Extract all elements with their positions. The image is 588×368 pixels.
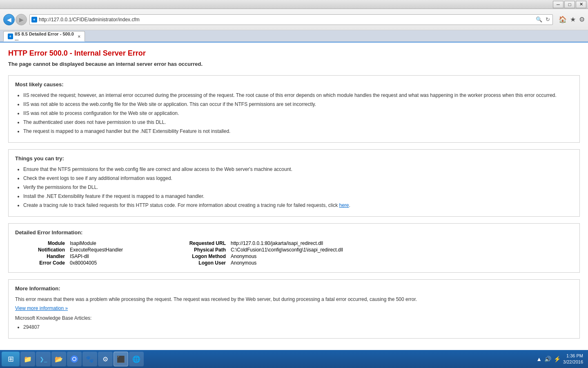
taskbar-filezilla[interactable]: ⬛	[114, 352, 128, 366]
most-likely-causes-title: Most likely causes:	[15, 81, 573, 88]
tray-time-value: 1:36 PM	[563, 353, 583, 359]
detail-label: Handler	[16, 254, 69, 259]
browser-window: ─ □ ✕ ◀ ▶ e 🔍 ↻ 🏠 ★ ⚙ e IIS 8.5 Detailed	[0, 0, 588, 368]
forward-button[interactable]: ▶	[16, 14, 27, 25]
taskbar-folder[interactable]: 📂	[51, 352, 66, 366]
svg-point-2	[73, 358, 76, 361]
detail-value: Anonymous	[231, 260, 572, 266]
kb-list: 294807	[23, 323, 573, 331]
address-icons: 🔍 ↻	[535, 16, 551, 23]
list-item: IIS received the request; however, an in…	[23, 92, 573, 99]
taskbar-unknown[interactable]: 🐾	[82, 352, 97, 366]
tab-close-button[interactable]: ×	[78, 34, 80, 39]
close-button[interactable]: ✕	[576, 1, 586, 8]
tab-0[interactable]: e IIS 8.5 Detailed Error - 500.0 ... ×	[3, 31, 85, 42]
minimize-button[interactable]: ─	[553, 1, 564, 8]
kb-label: Microsoft Knowledge Base Articles:	[15, 315, 573, 321]
refresh-icon[interactable]: ↻	[545, 16, 551, 23]
tracing-text: Create a tracing rule to track failed re…	[23, 202, 338, 208]
taskbar-powershell[interactable]: ❯_	[36, 352, 51, 366]
taskbar-file-explorer[interactable]: 📁	[20, 352, 35, 366]
tracing-suffix: .	[349, 202, 350, 208]
list-item: 294807	[23, 323, 573, 331]
detail-row-3: Error Code 0x80004005 Logon User Anonymo…	[16, 260, 572, 266]
start-button[interactable]: ⊞	[2, 352, 20, 366]
address-bar: e 🔍 ↻	[29, 14, 553, 25]
list-item: The request is mapped to a managed handl…	[23, 128, 573, 135]
detail-table: Module IsapiModule Requested URL http://…	[15, 240, 573, 267]
list-item: IIS was not able to access the web.confi…	[23, 101, 573, 108]
settings-icon[interactable]: ⚙	[579, 16, 585, 23]
tray-speaker-icon[interactable]: 🔊	[544, 356, 551, 362]
maximize-button[interactable]: □	[564, 1, 575, 8]
error-title: HTTP Error 500.0 - Internal Server Error	[8, 49, 580, 58]
tray-clock[interactable]: 1:36 PM 3/22/2016	[563, 353, 583, 366]
favorites-icon[interactable]: ★	[570, 16, 576, 23]
detail-label: Error Code	[16, 260, 69, 266]
tab-favicon: e	[8, 34, 13, 39]
things-you-can-try-box: Things you can try: Ensure that the NTFS…	[8, 149, 580, 217]
detail-value: ExecuteRequestHandler	[70, 247, 176, 253]
more-info-link[interactable]: View more information »	[15, 305, 68, 311]
tray-network-icon[interactable]: ▲	[536, 356, 542, 362]
nav-buttons: ◀ ▶	[3, 14, 27, 25]
detail-label: Requested URL	[177, 240, 230, 246]
taskbar-settings[interactable]: ⚙	[98, 352, 113, 366]
detailed-error-title: Detailed Error Information:	[15, 229, 573, 236]
list-item: Ensure that the NTFS permissions for the…	[23, 166, 573, 173]
error-subtitle: The page cannot be displayed because an …	[8, 61, 580, 67]
detail-value: 0x80004005	[70, 260, 176, 266]
detail-value: Anonymous	[231, 254, 572, 259]
taskbar: ⊞ 📁 ❯_ 📂 🐾 ⚙ ⬛ 🌐 ▲ 🔊 ⚡ 1:36 PM 3/22/2016	[0, 350, 588, 368]
most-likely-causes-list: IIS received the request; however, an in…	[23, 92, 573, 135]
detail-row-1: Notification ExecuteRequestHandler Physi…	[16, 247, 572, 253]
detail-label: Logon Method	[177, 254, 230, 259]
detail-value: ISAPI-dll	[70, 254, 176, 259]
browser-toolbar: ◀ ▶ e 🔍 ↻ 🏠 ★ ⚙	[0, 9, 588, 30]
browser-right-icons: 🏠 ★ ⚙	[559, 16, 585, 23]
things-list: Ensure that the NTFS permissions for the…	[23, 166, 573, 209]
tracing-link[interactable]: here	[339, 202, 349, 208]
list-item: Create a tracing rule to track failed re…	[23, 202, 573, 209]
list-item: Check the event logs to see if any addit…	[23, 175, 573, 182]
page-content: HTTP Error 500.0 - Internal Server Error…	[0, 43, 588, 350]
list-item: Verify the permissions for the DLL.	[23, 184, 573, 191]
address-input[interactable]	[39, 17, 535, 22]
tab-label: IIS 8.5 Detailed Error - 500.0 ...	[15, 31, 75, 41]
things-title: Things you can try:	[15, 155, 573, 162]
more-info-title: More Information:	[15, 285, 573, 292]
detail-label: Logon User	[177, 260, 230, 266]
most-likely-causes-box: Most likely causes: IIS received the req…	[8, 75, 580, 143]
detail-label: Module	[16, 240, 69, 246]
detail-value: http://127.0.0.1:80/jakarta/isapi_redire…	[231, 240, 572, 246]
more-info-text: This error means that there was a proble…	[15, 296, 573, 303]
more-info-box: More Information: This error means that …	[8, 279, 580, 339]
taskbar-chrome[interactable]	[67, 352, 82, 366]
tray-date-value: 3/22/2016	[563, 359, 583, 365]
taskbar-tray: ▲ 🔊 ⚡ 1:36 PM 3/22/2016	[533, 353, 586, 366]
detailed-error-box: Detailed Error Information: Module Isapi…	[8, 223, 580, 273]
back-button[interactable]: ◀	[3, 14, 15, 25]
list-item: The authenticated user does not have per…	[23, 119, 573, 126]
detail-label: Physical Path	[177, 247, 230, 253]
detail-label: Notification	[16, 247, 69, 253]
detail-value: C:\ColdFusion11\config\wsconfig\1\isapi_…	[231, 247, 572, 253]
list-item: Install the .NET Extensibility feature i…	[23, 193, 573, 200]
page-favicon: e	[31, 17, 37, 22]
tab-bar: e IIS 8.5 Detailed Error - 500.0 ... ×	[0, 30, 588, 43]
taskbar-ie[interactable]: 🌐	[129, 352, 144, 366]
title-bar: ─ □ ✕	[0, 0, 588, 9]
tray-battery-icon[interactable]: ⚡	[554, 356, 561, 362]
home-icon[interactable]: 🏠	[559, 16, 567, 23]
list-item: IIS was not able to process configuratio…	[23, 110, 573, 117]
detail-row-0: Module IsapiModule Requested URL http://…	[16, 240, 572, 246]
window-controls: ─ □ ✕	[553, 1, 586, 8]
search-icon[interactable]: 🔍	[535, 16, 543, 23]
detail-row-2: Handler ISAPI-dll Logon Method Anonymous	[16, 254, 572, 259]
detail-value: IsapiModule	[70, 240, 176, 246]
